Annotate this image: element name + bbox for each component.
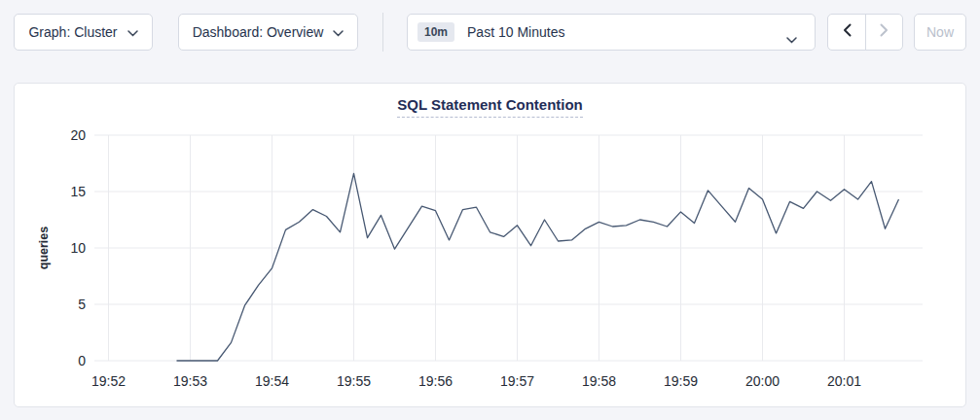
x-tick-label: 19:58 — [582, 373, 616, 389]
y-tick-label: 20 — [70, 127, 86, 143]
x-tick-label: 20:00 — [745, 373, 780, 389]
y-tick-label: 15 — [70, 184, 86, 199]
y-tick-label: 10 — [70, 240, 86, 256]
chevron-down-icon — [127, 24, 138, 40]
time-range-label: Past 10 Minutes — [467, 24, 564, 40]
dashboard-dropdown-label: Dashboard: Overview — [193, 24, 324, 40]
x-tick-label: 19:56 — [418, 373, 453, 389]
time-prev-button[interactable] — [828, 15, 865, 50]
now-button[interactable]: Now — [914, 14, 966, 51]
x-tick-label: 19:53 — [173, 373, 207, 389]
time-range-badge: 10m — [417, 22, 454, 42]
y-axis-label: queries — [37, 227, 51, 270]
y-tick-label: 0 — [78, 353, 86, 368]
dashboard-dropdown[interactable]: Dashboard: Overview — [178, 14, 358, 51]
x-tick-label: 19:57 — [500, 373, 534, 389]
chart-title-row: SQL Statement Contention — [15, 96, 965, 118]
x-tick-label: 19:52 — [91, 373, 126, 389]
time-nav-group — [827, 14, 903, 51]
x-tick-label: 19:55 — [337, 373, 371, 389]
toolbar: Graph: Cluster Dashboard: Overview 10m P… — [0, 0, 980, 51]
x-tick-label: 19:59 — [664, 373, 698, 389]
series-line — [177, 173, 899, 361]
x-tick-label: 19:54 — [255, 373, 289, 389]
now-button-label: Now — [926, 24, 954, 40]
y-tick-label: 5 — [78, 297, 86, 312]
chevron-left-icon — [843, 23, 852, 41]
x-tick-label: 20:01 — [827, 373, 861, 389]
chevron-right-icon — [880, 23, 889, 41]
graph-dropdown-label: Graph: Cluster — [28, 24, 117, 40]
line-chart: 0510152019:5219:5319:5419:5519:5619:5719… — [15, 84, 965, 406]
toolbar-divider — [382, 13, 383, 52]
chart-title[interactable]: SQL Statement Contention — [397, 96, 583, 118]
chevron-down-icon — [786, 30, 797, 48]
chevron-down-icon — [333, 24, 344, 40]
time-next-button[interactable] — [865, 15, 902, 50]
chart-panel: SQL Statement Contention 0510152019:5219… — [14, 83, 966, 407]
graph-dropdown[interactable]: Graph: Cluster — [14, 14, 153, 51]
time-range-dropdown[interactable]: 10m Past 10 Minutes — [407, 14, 816, 51]
